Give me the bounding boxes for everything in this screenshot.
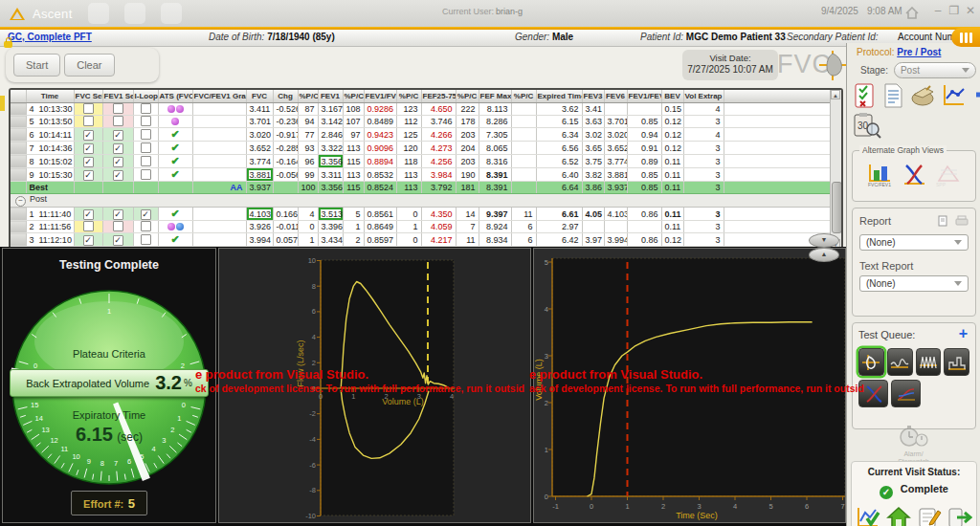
column-header[interactable]: FVC Sel (74, 90, 102, 103)
effort-select-checkbox[interactable] (113, 103, 123, 114)
column-header[interactable]: FEV1/FVC (364, 90, 396, 103)
start-button[interactable]: Start (13, 54, 60, 77)
column-header[interactable]: FEV3 (582, 90, 604, 103)
ats-checklist-button[interactable] (853, 83, 876, 110)
queue-lung-volumes-button[interactable] (944, 348, 969, 376)
row-selector[interactable] (11, 155, 26, 168)
column-header[interactable]: Chg (273, 90, 298, 103)
side-menu-pill-button[interactable] (951, 28, 980, 47)
effort-select-checkbox[interactable]: ✓ (83, 209, 94, 220)
row-selector[interactable] (11, 103, 26, 116)
queue-svc-button[interactable] (887, 348, 913, 376)
column-header[interactable]: FEV1 Sel (102, 90, 133, 103)
column-header[interactable]: FEV1/FEV6 (627, 90, 661, 103)
minimize-button[interactable]: – (930, 4, 946, 17)
restore-button[interactable]: ❐ (947, 4, 962, 17)
row-selector[interactable] (11, 168, 26, 182)
home-button[interactable] (886, 505, 911, 526)
effort-select-checkbox[interactable] (83, 103, 94, 114)
row-selector[interactable] (11, 128, 26, 142)
column-header[interactable]: FVC (246, 90, 273, 103)
edit-notes-button[interactable] (917, 505, 942, 526)
text-report-dropdown[interactable]: (None) (859, 275, 969, 292)
effort-select-checkbox[interactable]: ✓ (113, 157, 123, 167)
effort-select-checkbox[interactable]: ✓ (113, 170, 123, 181)
column-header[interactable] (11, 90, 26, 103)
column-header[interactable]: %P/C (396, 90, 421, 103)
patient-name-link[interactable]: GC, Complete PFT (8, 32, 92, 42)
effort-select-checkbox[interactable]: ✓ (113, 209, 123, 220)
table-row[interactable]: 710:14:36✓✓✔3.652-0.285933.3221130.90961… (11, 142, 834, 155)
column-header[interactable]: FEV6 (604, 90, 627, 103)
insert-comment-button[interactable] (971, 83, 980, 110)
effort-select-checkbox[interactable] (141, 116, 151, 126)
fvc-fev1-bars-button[interactable]: FVC/FEV1 (867, 163, 892, 189)
row-selector[interactable] (11, 233, 26, 247)
table-row[interactable]: 510:13:503.701-0.236943.1421070.84891123… (11, 116, 834, 128)
row-selector[interactable] (11, 221, 26, 233)
effort-select-checkbox[interactable] (113, 116, 123, 126)
close-button[interactable]: ✕ (963, 4, 978, 17)
queue-fvc-button[interactable] (858, 348, 884, 376)
add-test-button[interactable]: + (959, 325, 968, 342)
column-header[interactable]: %P/C (456, 90, 479, 103)
table-row[interactable]: 410:13:303.411-0.526873.1671080.92861234… (11, 103, 834, 116)
column-header[interactable]: Time (26, 90, 74, 103)
post-group-header[interactable]: −Post (11, 194, 834, 208)
session-report-button[interactable] (881, 83, 904, 110)
flow-volume-x-button[interactable] (902, 163, 926, 189)
row-selector[interactable] (11, 142, 26, 155)
effort-select-checkbox[interactable] (83, 221, 94, 231)
home-icon[interactable] (905, 7, 919, 19)
titlebar-ghost-button-1[interactable] (88, 3, 109, 24)
effort-review-button[interactable]: 30 (853, 112, 881, 141)
titlebar-ghost-button-2[interactable] (124, 3, 145, 24)
collapse-group-icon[interactable]: − (15, 196, 26, 207)
effort-select-checkbox[interactable]: ✓ (83, 157, 94, 167)
column-header[interactable] (724, 90, 834, 103)
row-selector[interactable] (11, 116, 26, 128)
eraser-button[interactable] (910, 83, 935, 110)
effort-select-checkbox[interactable] (141, 169, 151, 180)
table-row[interactable]: 311:12:10✓✓✔3.9940.05713.43420.859704.21… (11, 233, 834, 247)
scrollbar-thumb[interactable] (832, 182, 842, 233)
effort-select-checkbox[interactable] (83, 116, 94, 126)
column-header[interactable]: FEF25-75 (421, 90, 456, 103)
review-tests-button[interactable] (856, 505, 880, 526)
effort-select-checkbox[interactable] (141, 234, 151, 245)
report-dropdown[interactable]: (None) (859, 234, 969, 251)
effort-select-checkbox[interactable]: ✓ (83, 170, 94, 181)
clear-button[interactable]: Clear (64, 54, 114, 77)
table-row[interactable]: 910:15:30✓✓✔3.881-0.056993.3111130.85321… (11, 168, 834, 182)
splitter-collapse-handle[interactable]: ▼ (809, 233, 839, 248)
column-header[interactable]: FVC/FEV1 Grade ATS (192, 90, 246, 103)
column-header[interactable]: %P/C (298, 90, 318, 103)
splitter-expand-handle[interactable]: ▲ (809, 248, 839, 262)
column-header[interactable]: FEV1 (318, 90, 343, 103)
table-row[interactable]: 810:15:02✓✓✔3.774-0.164963.3561150.88941… (11, 155, 834, 168)
column-header[interactable]: %P/C (511, 90, 536, 103)
effort-select-checkbox[interactable]: ✓ (83, 143, 94, 154)
effort-select-checkbox[interactable]: ✓ (83, 130, 94, 141)
queue-mvv-button[interactable] (916, 348, 942, 376)
table-row[interactable]: 211:11:563.926-0.01103.39610.864914.0597… (11, 221, 834, 233)
effort-select-checkbox[interactable]: ✓ (83, 235, 94, 246)
effort-select-checkbox[interactable]: ✓ (113, 143, 123, 154)
table-row[interactable]: 610:14:11✓✓✔3.020-0.917772.846970.942312… (11, 128, 834, 142)
column-header[interactable]: Vol Extrap % (683, 90, 724, 103)
column-header[interactable]: %P/C (343, 90, 364, 103)
column-header[interactable]: Expired Time (536, 90, 582, 103)
effort-select-checkbox[interactable] (141, 142, 151, 153)
stage-dropdown[interactable]: Post (894, 62, 976, 78)
queue-compliance-button[interactable] (891, 380, 921, 407)
titlebar-ghost-button-3[interactable] (161, 3, 182, 24)
column-header[interactable]: BEV (661, 90, 683, 103)
table-row[interactable]: 111:11:40✓✓✓✔4.1030.16643.51350.856104.3… (11, 208, 834, 221)
column-header[interactable]: FEF Max (479, 90, 511, 103)
row-selector[interactable] (11, 208, 26, 221)
effort-select-checkbox[interactable] (141, 103, 151, 114)
table-scrollbar[interactable]: ▲ ▼ (830, 90, 841, 249)
effort-select-checkbox[interactable] (113, 221, 123, 231)
report-preview-icon[interactable] (937, 215, 948, 227)
effort-select-checkbox[interactable] (141, 129, 151, 140)
